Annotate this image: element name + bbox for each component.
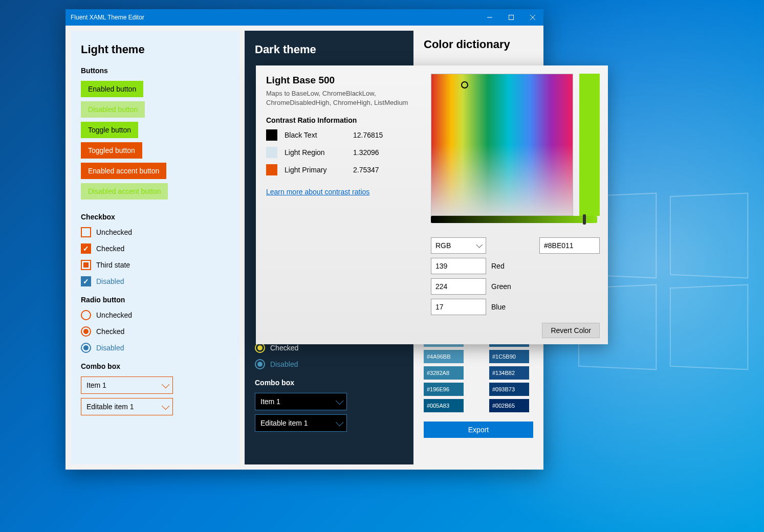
radio-label: Radio button	[81, 296, 229, 304]
picker-title: Light Base 500	[266, 75, 430, 86]
close-button[interactable]	[522, 9, 543, 26]
color-picker-ring[interactable]	[461, 81, 468, 88]
app-window: Fluent XAML Theme Editor Light theme But…	[66, 9, 543, 470]
export-button[interactable]: Export	[424, 422, 533, 438]
enabled-accent-button[interactable]: Enabled accent button	[81, 163, 166, 179]
combo-label: Combo box	[81, 362, 229, 370]
maximize-button[interactable]	[500, 9, 522, 26]
enabled-button[interactable]: Enabled button	[81, 81, 143, 97]
contrast-name: Light Region	[285, 148, 346, 157]
contrast-row: Light Primary 2.75347	[266, 164, 430, 175]
toggle-button[interactable]: Toggle button	[81, 122, 138, 138]
color-swatch[interactable]: #196E96	[424, 383, 464, 396]
blue-input[interactable]	[431, 299, 486, 315]
color-picker-popup: Light Base 500 Maps to BaseLow, ChromeBl…	[256, 65, 608, 344]
radio-disabled: Disabled	[81, 343, 229, 353]
light-theme-panel: Light theme Buttons Enabled button Disab…	[71, 31, 239, 464]
green-input[interactable]	[431, 278, 486, 295]
contrast-row: Light Region 1.32096	[266, 147, 430, 158]
dark-radio-disabled: Disabled	[255, 359, 403, 369]
app-title: Fluent XAML Theme Editor	[71, 14, 479, 21]
radio-checked[interactable]: Checked	[81, 326, 229, 337]
contrast-ratio: 1.32096	[353, 148, 379, 157]
color-swatch[interactable]: #005A83	[424, 399, 464, 412]
green-label: Green	[491, 282, 511, 291]
combo-box[interactable]: Item 1	[81, 376, 173, 394]
dark-panel-heading: Dark theme	[255, 43, 403, 56]
window-controls	[479, 9, 543, 26]
dark-radio-checked[interactable]: Checked	[255, 343, 403, 353]
contrast-name: Light Primary	[285, 166, 346, 174]
disabled-accent-button: Disabled accent button	[81, 183, 168, 199]
checkbox-label: Checkbox	[81, 213, 229, 221]
color-swatch[interactable]: #4A96BB	[424, 350, 464, 363]
color-swatch[interactable]: #093B73	[489, 383, 529, 396]
contrast-name: Black Text	[285, 131, 346, 139]
color-swatch[interactable]: #3282A8	[424, 366, 464, 380]
color-swatch[interactable]: #134B82	[489, 366, 529, 380]
lightness-slider[interactable]	[431, 216, 597, 223]
dark-combo-box[interactable]: Item 1	[255, 393, 347, 410]
dark-combo-box-editable[interactable]: Editable item 1	[255, 414, 347, 432]
color-preview	[579, 74, 600, 216]
color-swatch[interactable]: #002B65	[489, 399, 529, 412]
minimize-button[interactable]	[479, 9, 500, 26]
checkbox-checked[interactable]: Checked	[81, 243, 229, 254]
checkbox-disabled: Disabled	[81, 276, 229, 286]
color-gradient-area[interactable]	[431, 74, 573, 216]
contrast-link[interactable]: Learn more about contrast ratios	[266, 188, 369, 196]
dictionary-heading: Color dictionary	[424, 38, 533, 51]
contrast-heading: Contrast Ratio Information	[266, 116, 430, 124]
contrast-ratio: 2.75347	[353, 166, 379, 174]
color-swatch[interactable]: #1C5B90	[489, 350, 529, 363]
dark-combo-label: Combo box	[255, 379, 403, 387]
disabled-button: Disabled button	[81, 101, 145, 118]
red-input[interactable]	[431, 258, 486, 274]
svg-rect-1	[509, 15, 514, 20]
buttons-label: Buttons	[81, 66, 229, 75]
contrast-row: Black Text 12.76815	[266, 129, 430, 141]
red-label: Red	[491, 262, 505, 270]
combo-box-editable[interactable]: Editable item 1	[81, 398, 173, 415]
checkbox-unchecked[interactable]: Unchecked	[81, 227, 229, 237]
checkbox-third[interactable]: Third state	[81, 260, 229, 270]
contrast-swatch	[266, 147, 277, 158]
titlebar: Fluent XAML Theme Editor	[66, 9, 543, 26]
contrast-swatch	[266, 164, 277, 175]
contrast-swatch	[266, 129, 277, 141]
blue-label: Blue	[491, 303, 506, 311]
color-mode-select[interactable]: RGB	[431, 237, 486, 254]
revert-color-button[interactable]: Revert Color	[542, 323, 600, 338]
lightness-handle[interactable]	[583, 214, 586, 225]
contrast-ratio: 12.76815	[353, 131, 383, 139]
hex-input[interactable]	[539, 237, 600, 254]
radio-unchecked[interactable]: Unchecked	[81, 310, 229, 320]
light-panel-heading: Light theme	[81, 43, 229, 56]
toggled-button[interactable]: Toggled button	[81, 142, 142, 159]
picker-description: Maps to BaseLow, ChromeBlackLow, ChromeD…	[266, 89, 430, 107]
